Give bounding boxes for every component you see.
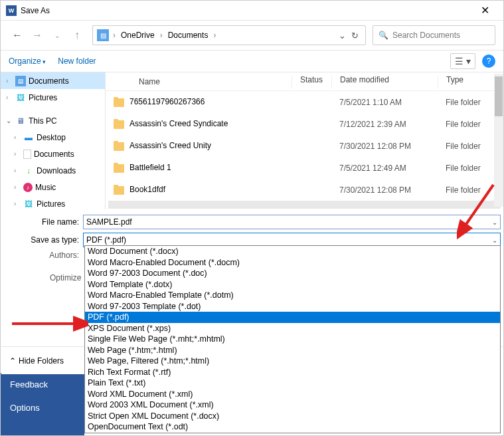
- tree-item-downloads[interactable]: › ↓ Downloads: [1, 162, 105, 179]
- saveastype-dropdown[interactable]: Word Document (*.docx)Word Macro-Enabled…: [84, 245, 501, 433]
- column-type[interactable]: Type: [438, 75, 491, 88]
- options-button[interactable]: Options: [1, 396, 84, 419]
- search-icon: 🔍: [378, 31, 388, 40]
- titlebar: W Save As ✕: [1, 1, 503, 21]
- pictures-icon: 🖼: [23, 199, 34, 209]
- up-button[interactable]: ↑: [68, 27, 86, 44]
- music-icon: ♪: [23, 183, 33, 192]
- dropdown-icon[interactable]: ⌄: [339, 31, 346, 41]
- breadcrumb-segment[interactable]: Documents: [167, 31, 210, 40]
- file-row[interactable]: Assassin's Creed Unity7/30/2021 12:08 PM…: [106, 135, 503, 157]
- column-name[interactable]: Name: [106, 77, 292, 86]
- chevron-down-icon: ⌄: [6, 117, 13, 124]
- recent-button[interactable]: ⌄: [48, 27, 66, 44]
- tree-item-desktop[interactable]: › ▬ Desktop: [1, 129, 105, 146]
- filetype-option[interactable]: Plain Text (*.txt): [85, 378, 500, 389]
- filetype-option[interactable]: Strict Open XML Document (*.docx): [85, 411, 500, 422]
- word-icon: W: [6, 5, 17, 16]
- tree-item-documents[interactable]: › ▤ Documents: [1, 72, 105, 89]
- location-icon: ▤: [97, 29, 109, 41]
- filetype-option[interactable]: XPS Document (*.xps): [85, 323, 500, 334]
- filetype-option[interactable]: Single File Web Page (*.mht;*.mhtml): [85, 334, 500, 345]
- new-folder-button[interactable]: New folder: [58, 56, 96, 66]
- search-placeholder: Search Documents: [392, 31, 460, 40]
- filename-label: File name:: [3, 217, 83, 227]
- hide-folders-button[interactable]: ⌃ Hide Folders: [9, 356, 64, 366]
- filetype-option[interactable]: Word 2003 XML Document (*.xml): [85, 399, 500, 411]
- folder-icon: [114, 164, 124, 173]
- main-area: › ▤ Documents › 🖼 Pictures ⌄ 🖥 This PC ›…: [1, 72, 503, 209]
- filetype-option[interactable]: PDF (*.pdf): [85, 312, 500, 323]
- column-status[interactable]: Status: [292, 75, 331, 88]
- folder-icon: [114, 120, 124, 129]
- breadcrumb-segment[interactable]: OneDrive: [120, 31, 156, 40]
- filetype-option[interactable]: Web Page (*.htm;*.html): [85, 345, 500, 356]
- authors-label: Authors:: [3, 251, 83, 260]
- breadcrumb[interactable]: ▤ › OneDrive › Documents › ⌄ ↻: [92, 25, 366, 45]
- back-button[interactable]: ←: [9, 27, 26, 44]
- documents-icon: ▤: [15, 76, 26, 86]
- filetype-option[interactable]: Rich Text Format (*.rtf): [85, 367, 500, 378]
- filetype-option[interactable]: Word XML Document (*.xml): [85, 389, 500, 400]
- feedback-button[interactable]: Feedback: [1, 373, 84, 396]
- folder-tree[interactable]: › ▤ Documents › 🖼 Pictures ⌄ 🖥 This PC ›…: [1, 72, 106, 209]
- optimize-label: Optimize: [3, 273, 83, 282]
- tree-item-pictures[interactable]: › 🖼 Pictures: [1, 195, 105, 209]
- toolbar: Organize New folder ☰ ▾ ?: [1, 50, 503, 72]
- column-headers: Name Status Date modified Type: [106, 72, 503, 91]
- filetype-option[interactable]: Word Document (*.docx): [85, 246, 500, 257]
- close-button[interactable]: ✕: [471, 4, 498, 17]
- column-date[interactable]: Date modified: [331, 75, 438, 88]
- help-button[interactable]: ?: [482, 54, 495, 68]
- folder-icon: [114, 98, 124, 107]
- chevron-right-icon: ›: [14, 167, 21, 174]
- chevron-right-icon: ›: [14, 134, 21, 141]
- tree-item-documents[interactable]: › Documents: [1, 146, 105, 162]
- chevron-right-icon: ›: [6, 77, 13, 84]
- chevron-right-icon: ›: [14, 150, 21, 158]
- backstage-panel: Feedback Options: [1, 373, 84, 435]
- filename-input[interactable]: SAMPLE.pdf ⌄: [83, 215, 501, 229]
- chevron-right-icon: ›: [112, 31, 117, 40]
- annotation-arrow: [457, 181, 497, 241]
- horizontal-scrollbar[interactable]: [108, 201, 501, 209]
- file-row[interactable]: Assassin's Creed Syndicate7/12/2021 2:39…: [106, 113, 503, 135]
- documents-icon: [23, 150, 31, 159]
- filetype-option[interactable]: Word Macro-Enabled Template (*.dotm): [85, 290, 500, 301]
- forward-button[interactable]: →: [29, 27, 46, 44]
- filetype-option[interactable]: Word 97-2003 Template (*.dot): [85, 301, 500, 312]
- pc-icon: 🖥: [15, 116, 26, 126]
- window-title: Save As: [21, 6, 50, 15]
- file-list[interactable]: Name Status Date modified Type 765611979…: [106, 72, 503, 209]
- folder-icon: [114, 186, 124, 195]
- annotation-arrow: [9, 314, 88, 334]
- chevron-right-icon: ›: [14, 200, 21, 207]
- chevron-right-icon: ›: [159, 31, 164, 40]
- filetype-option[interactable]: Word Template (*.dotx): [85, 279, 500, 290]
- downloads-icon: ↓: [23, 165, 34, 176]
- svg-line-0: [463, 185, 493, 228]
- filetype-option[interactable]: Word 97-2003 Document (*.doc): [85, 268, 500, 279]
- chevron-right-icon: ›: [6, 94, 13, 101]
- saveastype-label: Save as type:: [3, 235, 83, 245]
- chevron-up-icon: ⌃: [9, 356, 16, 366]
- filetype-option[interactable]: Web Page, Filtered (*.htm;*.html): [85, 356, 500, 367]
- file-row[interactable]: Book1dfdf7/30/2021 12:08 PMFile folder: [106, 179, 503, 201]
- chevron-right-icon: ›: [14, 183, 21, 191]
- save-fields: File name: SAMPLE.pdf ⌄ Save as type: PD…: [1, 209, 503, 282]
- file-row[interactable]: Battlefield 17/5/2021 12:49 AMFile folde…: [106, 157, 503, 179]
- search-input[interactable]: 🔍 Search Documents: [373, 25, 495, 45]
- refresh-button[interactable]: ↻: [351, 31, 359, 41]
- view-options-button[interactable]: ☰ ▾: [450, 53, 475, 69]
- desktop-icon: ▬: [23, 132, 34, 143]
- tree-item-pictures[interactable]: › 🖼 Pictures: [1, 89, 105, 106]
- organize-button[interactable]: Organize: [9, 56, 46, 66]
- pictures-icon: 🖼: [15, 92, 26, 103]
- chevron-right-icon: ›: [212, 31, 217, 40]
- filetype-option[interactable]: Word Macro-Enabled Document (*.docm): [85, 257, 500, 269]
- file-row[interactable]: 765611979602673667/5/2021 1:10 AMFile fo…: [106, 91, 503, 113]
- tree-item-this-pc[interactable]: ⌄ 🖥 This PC: [1, 112, 105, 129]
- filetype-option[interactable]: OpenDocument Text (*.odt): [85, 421, 500, 433]
- tree-item-music[interactable]: › ♪ Music: [1, 179, 105, 195]
- navbar: ← → ⌄ ↑ ▤ › OneDrive › Documents › ⌄ ↻ 🔍…: [1, 21, 503, 50]
